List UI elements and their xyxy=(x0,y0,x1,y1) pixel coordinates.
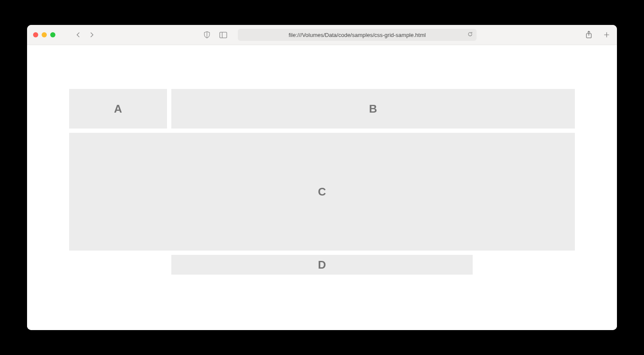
address-bar[interactable]: file:///Volumes/Data/code/samples/css-gr… xyxy=(238,29,477,41)
close-window-button[interactable] xyxy=(33,32,38,37)
toolbar-right-icons xyxy=(584,31,611,39)
page-content: A B C D xyxy=(27,45,617,330)
browser-chrome: file:///Volumes/Data/code/samples/css-gr… xyxy=(27,25,617,45)
fullscreen-window-button[interactable] xyxy=(50,32,55,37)
toolbar-left-icons xyxy=(203,31,228,39)
grid-cell-label: C xyxy=(318,185,326,199)
address-bar-url: file:///Volumes/Data/code/samples/css-gr… xyxy=(289,32,425,38)
reload-icon[interactable] xyxy=(467,31,473,39)
css-grid-demo: A B C D xyxy=(69,89,575,275)
forward-button[interactable] xyxy=(89,32,95,38)
share-icon[interactable] xyxy=(584,31,593,39)
sidebar-toggle-icon[interactable] xyxy=(219,31,228,39)
grid-cell-label: B xyxy=(369,102,377,116)
grid-cell-d: D xyxy=(171,255,473,275)
traffic-lights xyxy=(33,32,55,37)
grid-cell-c: C xyxy=(69,133,575,251)
grid-cell-a: A xyxy=(69,89,167,129)
grid-cell-b: B xyxy=(171,89,575,129)
grid-cell-label: D xyxy=(318,258,326,272)
new-tab-icon[interactable] xyxy=(602,31,611,39)
nav-arrows xyxy=(75,32,95,38)
minimize-window-button[interactable] xyxy=(42,32,47,37)
browser-window: file:///Volumes/Data/code/samples/css-gr… xyxy=(27,25,617,330)
svg-rect-0 xyxy=(220,32,227,37)
grid-cell-label: A xyxy=(114,102,122,116)
privacy-shield-icon[interactable] xyxy=(203,31,211,39)
back-button[interactable] xyxy=(75,32,81,38)
